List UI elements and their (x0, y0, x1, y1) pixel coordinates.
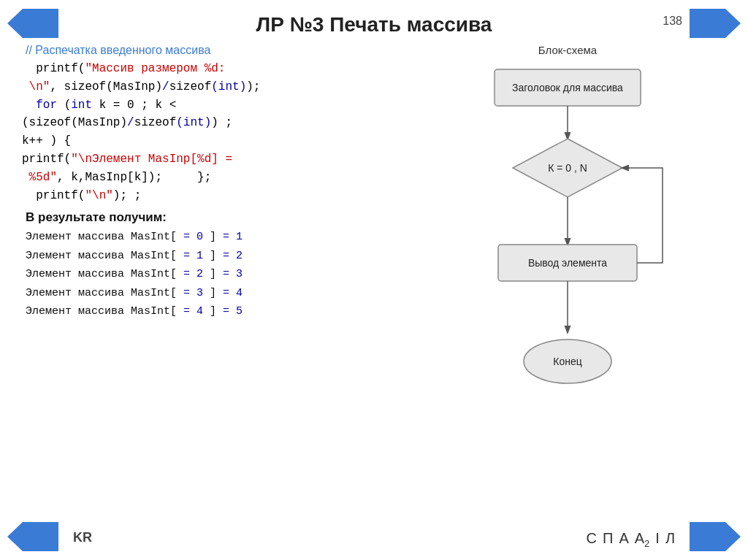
code-block: printf("Массив размером %d: \n", sizeof(… (22, 60, 387, 204)
flowchart-header-label: Заголовок для массива (512, 82, 623, 93)
footer-s: С (587, 530, 597, 547)
flowchart-section: Блок-схема Заголовок для массива К = 0 ,… (402, 44, 733, 427)
code-line-6: printf("\n"); ; (22, 187, 387, 205)
code-line-1: printf("Массив размером %d: \n", sizeof(… (22, 60, 387, 96)
result-line-4: Элемент массива MasInt[ = 4 ] = 5 (22, 302, 387, 321)
flowchart-title: Блок-схема (409, 44, 726, 56)
footer-left: KR (73, 530, 92, 545)
code-line-2: for (int k = 0 ; k < (22, 96, 387, 115)
result-line-0: Элемент массива MasInt[ = 0 ] = 1 (22, 228, 387, 247)
code-line-3: (sizeof(MasInp)/sizeof(int)) ; (22, 114, 387, 132)
footer-a1: А (619, 530, 628, 547)
footer-a2: А2 (635, 530, 650, 549)
result-lines: Элемент массива MasInt[ = 0 ] = 1 Элемен… (22, 228, 387, 321)
arrow-right-bottom[interactable] (690, 522, 741, 551)
code-line-5: printf("\nЭлемент MasInp[%d] = %5d", k,M… (22, 150, 387, 187)
flowchart-output-label: Вывод элемента (528, 257, 607, 269)
result-line-1: Элемент массива MasInt[ = 1 ] = 2 (22, 247, 387, 266)
footer-right: С П А А2 І Л (587, 530, 675, 549)
code-line-4: k++ ) { (22, 132, 387, 150)
flowchart-end-label: Конец (553, 356, 581, 367)
arrow-left-bottom[interactable] (7, 522, 58, 551)
footer-l: Л (665, 530, 675, 547)
footer-i: І (655, 530, 660, 547)
result-line-2: Элемент массива MasInt[ = 2 ] = 3 (22, 265, 387, 284)
flowchart-svg: Заголовок для массива К = 0 , N Вывод эл… (454, 62, 681, 427)
footer-p: П (603, 530, 613, 547)
result-line-3: Элемент массива MasInt[ = 3 ] = 4 (22, 284, 387, 303)
page-title: ЛР №3 Печать массива (0, 0, 748, 44)
code-section: // Распечатка введенного массива printf(… (15, 44, 394, 427)
flowchart-loop-label: К = 0 , N (548, 162, 587, 174)
results-label: В результате получим: (26, 210, 387, 225)
page-number: 138 (663, 15, 682, 28)
comment-line: // Распечатка введенного массива (22, 44, 387, 57)
